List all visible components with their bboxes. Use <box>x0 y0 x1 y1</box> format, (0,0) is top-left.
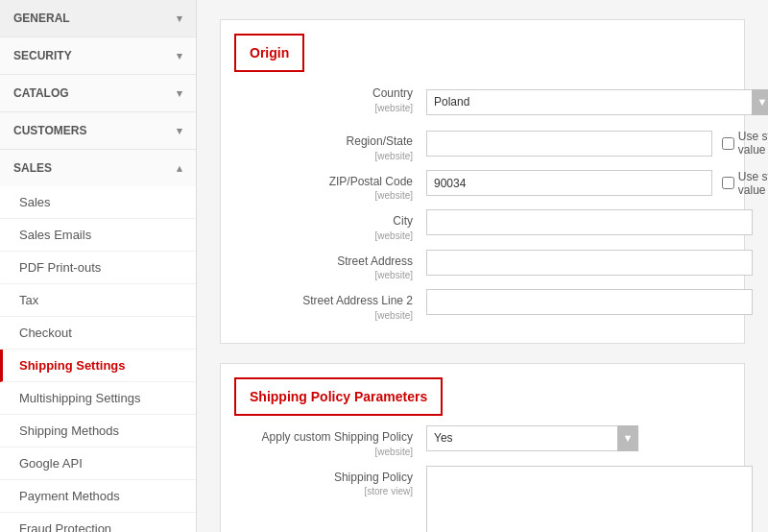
apply-shipping-policy-select-wrap: Yes No ▼ <box>426 425 638 451</box>
sidebar-section-sales-label: SALES <box>13 161 52 175</box>
shipping-policy-row: Shipping Policy[store view] <box>234 466 731 532</box>
chevron-up-icon: ▴ <box>177 162 182 175</box>
apply-shipping-policy-sublabel: [website] <box>234 446 413 458</box>
sidebar-sales-items: Sales Sales Emails PDF Print-outs Tax Ch… <box>0 186 196 532</box>
sidebar-section-sales-header[interactable]: SALES ▴ <box>0 150 196 186</box>
street-control <box>426 250 753 276</box>
sidebar-item-payment-methods[interactable]: Payment Methods <box>0 480 196 513</box>
region-control: Use system value <box>426 130 768 157</box>
sidebar-section-catalog-label: CATALOG <box>13 86 69 100</box>
city-label: City[website] <box>234 209 426 242</box>
zip-use-system-label: Use system value <box>738 170 768 197</box>
chevron-down-icon: ▾ <box>177 50 182 62</box>
zip-use-system-checkbox[interactable] <box>722 177 734 189</box>
apply-shipping-policy-label: Apply custom Shipping Policy[website] <box>234 425 426 458</box>
zip-input[interactable] <box>426 170 712 196</box>
zip-sublabel: [website] <box>234 189 413 202</box>
shipping-policy-label: Shipping Policy[store view] <box>234 466 426 498</box>
street2-label: Street Address Line 2[website] <box>234 289 426 322</box>
sidebar-section-general: GENERAL ▾ <box>0 0 196 37</box>
origin-section-title: Origin <box>234 34 304 72</box>
sidebar-section-catalog: CATALOG ▾ <box>0 75 196 112</box>
country-select-arrow[interactable]: ▼ <box>752 89 768 115</box>
origin-form: Country[website] Poland ▼ Use system val… <box>221 72 744 343</box>
chevron-down-icon: ▾ <box>177 12 182 25</box>
apply-shipping-policy-select[interactable]: Yes No <box>426 425 618 451</box>
street2-control <box>426 289 753 315</box>
street2-sublabel: [website] <box>234 309 413 322</box>
region-input[interactable] <box>426 131 712 157</box>
main-content: Origin Country[website] Poland ▼ <box>197 0 768 532</box>
sidebar-item-fraud-protection[interactable]: Fraud Protection <box>0 513 196 532</box>
shipping-policy-section: Shipping Policy Parameters Apply custom … <box>220 363 745 532</box>
apply-shipping-policy-row: Apply custom Shipping Policy[website] Ye… <box>234 425 731 458</box>
sidebar-section-general-header[interactable]: GENERAL ▾ <box>0 0 196 36</box>
region-label: Region/State[website] <box>234 130 426 162</box>
chevron-down-icon: ▾ <box>177 87 182 100</box>
street2-row: Street Address Line 2[website] <box>234 289 731 322</box>
sidebar-item-sales-emails[interactable]: Sales Emails <box>0 219 196 252</box>
sidebar-item-shipping-methods[interactable]: Shipping Methods <box>0 415 196 447</box>
zip-row: ZIP/Postal Code[website] Use system valu… <box>234 170 731 203</box>
city-row: City[website] <box>234 209 731 242</box>
shipping-policy-control <box>426 466 753 532</box>
region-use-system-label: Use system value <box>738 130 768 157</box>
sidebar-section-customers-label: CUSTOMERS <box>13 124 86 137</box>
street-row: Street Address[website] <box>234 250 731 282</box>
region-use-system: Use system value <box>722 130 768 157</box>
shipping-policy-textarea[interactable] <box>426 466 753 532</box>
sidebar-section-security-header[interactable]: SECURITY ▾ <box>0 37 196 74</box>
shipping-policy-sublabel: [store view] <box>234 485 413 497</box>
city-control <box>426 209 753 235</box>
sidebar-section-catalog-header[interactable]: CATALOG ▾ <box>0 75 196 111</box>
sidebar-item-sales[interactable]: Sales <box>0 186 196 219</box>
sidebar-section-customers-header[interactable]: CUSTOMERS ▾ <box>0 112 196 149</box>
sidebar-item-tax[interactable]: Tax <box>0 284 196 317</box>
sidebar-item-checkout[interactable]: Checkout <box>0 317 196 350</box>
apply-shipping-policy-select-arrow[interactable]: ▼ <box>617 425 638 451</box>
zip-use-system: Use system value <box>722 170 768 197</box>
shipping-policy-form: Apply custom Shipping Policy[website] Ye… <box>221 416 744 532</box>
region-sublabel: [website] <box>234 150 413 162</box>
region-row: Region/State[website] Use system value <box>234 130 731 162</box>
zip-control: Use system value <box>426 170 768 197</box>
sidebar-item-google-api[interactable]: Google API <box>0 447 196 480</box>
country-select[interactable]: Poland <box>426 89 753 115</box>
sidebar-section-general-label: GENERAL <box>13 12 70 25</box>
country-label: Country[website] <box>234 82 426 114</box>
country-select-wrap: Poland ▼ <box>426 89 768 115</box>
sidebar-section-sales: SALES ▴ Sales Sales Emails PDF Print-out… <box>0 150 196 532</box>
zip-label: ZIP/Postal Code[website] <box>234 170 426 203</box>
sidebar-item-pdf-printouts[interactable]: PDF Print-outs <box>0 252 196 284</box>
sidebar-item-multishipping-settings[interactable]: Multishipping Settings <box>0 382 196 415</box>
sidebar: GENERAL ▾ SECURITY ▾ CATALOG ▾ CUSTOMERS… <box>0 0 197 532</box>
street-sublabel: [website] <box>234 269 413 281</box>
city-sublabel: [website] <box>234 230 413 242</box>
shipping-policy-section-title: Shipping Policy Parameters <box>234 377 443 416</box>
country-control: Poland ▼ Use system value <box>426 82 768 122</box>
sidebar-item-shipping-settings[interactable]: Shipping Settings <box>0 350 196 382</box>
sidebar-section-security: SECURITY ▾ <box>0 37 196 75</box>
city-input[interactable] <box>426 209 753 235</box>
apply-shipping-policy-control: Yes No ▼ <box>426 425 731 451</box>
country-sublabel: [website] <box>234 102 413 114</box>
sidebar-section-security-label: SECURITY <box>13 49 72 62</box>
sidebar-section-customers: CUSTOMERS ▾ <box>0 112 196 150</box>
street-input[interactable] <box>426 250 753 276</box>
chevron-down-icon: ▾ <box>177 125 182 137</box>
country-row: Country[website] Poland ▼ Use system val… <box>234 82 731 122</box>
origin-section: Origin Country[website] Poland ▼ <box>220 19 745 344</box>
street-label: Street Address[website] <box>234 250 426 282</box>
region-use-system-checkbox[interactable] <box>722 137 734 150</box>
street2-input[interactable] <box>426 289 753 315</box>
